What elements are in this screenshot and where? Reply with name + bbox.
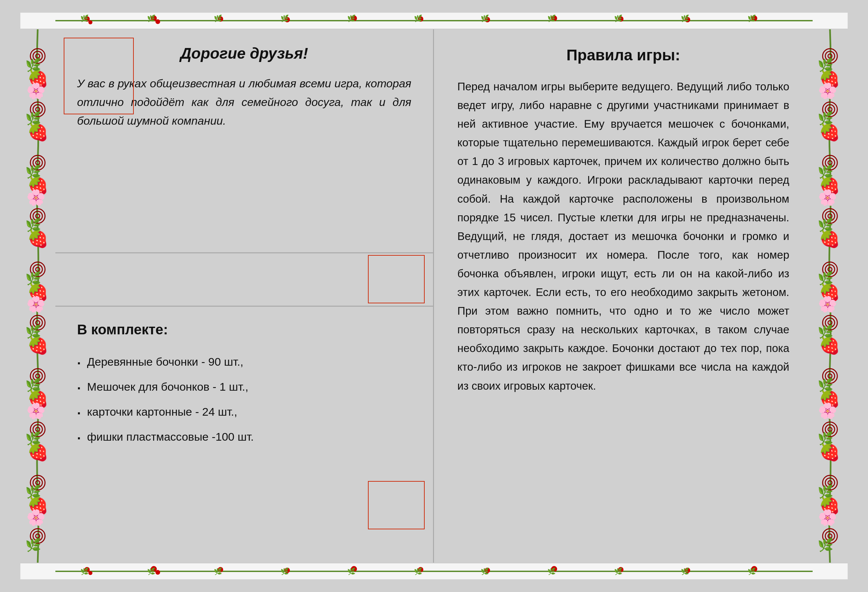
- rules-title: Правила игры:: [458, 46, 789, 64]
- right-border: 🍓 🍓 🍓 🍓 🍓 🍓 🍓 🍓 🍓 🌿 🌿 🌿 🌿 🌿 🌿: [813, 29, 848, 563]
- svg-point-2: [89, 20, 92, 24]
- svg-text:🌸: 🌸: [818, 82, 837, 100]
- svg-text:🌿: 🌿: [25, 217, 41, 233]
- svg-text:🌿: 🌿: [614, 14, 623, 22]
- svg-text:🌿: 🌿: [818, 431, 834, 446]
- svg-text:🌸: 🌸: [818, 295, 837, 313]
- svg-text:🌸: 🌸: [818, 508, 837, 527]
- list-item: Деревянные бочонки - 90 шт.,: [77, 349, 411, 374]
- svg-point-4: [155, 19, 160, 24]
- svg-text:🌿: 🌿: [681, 14, 689, 22]
- section-middle-empty: [55, 253, 433, 307]
- svg-text:🌿: 🌿: [347, 567, 356, 575]
- svg-text:🌸: 🌸: [27, 295, 46, 313]
- right-border-svg: 🍓 🍓 🍓 🍓 🍓 🍓 🍓 🍓 🍓 🌿 🌿 🌿 🌿 🌿 🌿: [813, 29, 848, 563]
- svg-text:🌿: 🌿: [818, 271, 834, 286]
- svg-text:🌸: 🌸: [27, 188, 46, 207]
- red-rect-topleft: [64, 38, 134, 114]
- svg-text:🌿: 🌿: [548, 567, 556, 575]
- svg-text:🌸: 🌸: [27, 82, 46, 100]
- list-item: Мешочек для бочонков - 1 шт.,: [77, 374, 411, 399]
- svg-text:🌿: 🌿: [818, 164, 834, 179]
- kit-title: В комплекте:: [77, 322, 411, 338]
- left-sections: Дорогие друзья! У вас в руках общеизвест…: [55, 29, 433, 563]
- svg-text:🌸: 🌸: [818, 188, 837, 207]
- svg-text:🌿: 🌿: [25, 538, 41, 553]
- kit-list: Деревянные бочонки - 90 шт., Мешочек для…: [77, 349, 411, 449]
- red-rect-right: [368, 255, 425, 303]
- left-border: 🍓 🍓 🍓 🍓 🍓 🍓 🍓 🍓 🍓 🌿 🌿 🌿 🌿 🌿 🌿: [20, 29, 55, 563]
- svg-text:🌿: 🌿: [414, 567, 422, 575]
- svg-text:🌿: 🌿: [80, 14, 89, 22]
- svg-text:🌿: 🌿: [818, 324, 834, 339]
- main-content: Дорогие друзья! У вас в руках общеизвест…: [55, 29, 813, 563]
- svg-text:🌿: 🌿: [818, 217, 834, 233]
- svg-text:🌿: 🌿: [818, 110, 834, 126]
- svg-text:🌿: 🌿: [818, 538, 834, 553]
- svg-text:🌿: 🌿: [214, 567, 222, 575]
- svg-text:🌿: 🌿: [818, 57, 834, 73]
- document: 🌿 🌿 🌿 🌿 🌿 🌿 🌿 🌿 🌿 🌿 🌿: [20, 13, 848, 579]
- left-border-svg: 🍓 🍓 🍓 🍓 🍓 🍓 🍓 🍓 🍓 🌿 🌿 🌿 🌿 🌿 🌿: [20, 29, 55, 563]
- red-rect-bottomright: [368, 481, 425, 529]
- svg-text:🌿: 🌿: [80, 567, 89, 575]
- list-item: фишки пластмассовые -100 шт.: [77, 424, 411, 449]
- svg-text:🌿: 🌿: [147, 567, 155, 575]
- svg-text:🌿: 🌿: [280, 14, 289, 22]
- svg-text:🌿: 🌿: [280, 567, 289, 575]
- doc-inner: 🍓 🍓 🍓 🍓 🍓 🍓 🍓 🍓 🍓 🌿 🌿 🌿 🌿 🌿 🌿: [20, 29, 848, 563]
- svg-text:🌿: 🌿: [25, 431, 41, 446]
- svg-text:🌿: 🌿: [681, 567, 689, 575]
- svg-text:🌿: 🌿: [25, 110, 41, 126]
- svg-text:🌿: 🌿: [25, 164, 41, 179]
- svg-text:🌿: 🌿: [748, 14, 756, 22]
- svg-text:🌿: 🌿: [25, 324, 41, 339]
- svg-text:🌿: 🌿: [25, 57, 41, 73]
- svg-text:🌿: 🌿: [347, 14, 356, 22]
- svg-text:🌿: 🌿: [147, 14, 155, 22]
- svg-text:🌿: 🌿: [214, 14, 222, 22]
- top-border-decoration: 🌿 🌿 🌿 🌿 🌿 🌿 🌿 🌿 🌿 🌿 🌿: [20, 12, 848, 29]
- svg-text:🌿: 🌿: [414, 14, 422, 22]
- left-panel: Дорогие друзья! У вас в руках общеизвест…: [55, 29, 434, 563]
- svg-point-135: [89, 571, 92, 575]
- bottom-border-decoration: 🌿 🌿 🌿 🌿 🌿 🌿 🌿 🌿 🌿 🌿 🌿: [20, 563, 848, 580]
- list-item: карточки картонные - 24 шт.,: [77, 399, 411, 424]
- svg-text:🌿: 🌿: [614, 567, 623, 575]
- svg-point-137: [155, 570, 160, 575]
- rules-text: Перед началом игры выберите ведущего. Ве…: [458, 77, 789, 395]
- top-border: 🌿 🌿 🌿 🌿 🌿 🌿 🌿 🌿 🌿 🌿 🌿: [20, 13, 848, 29]
- svg-text:🌿: 🌿: [25, 484, 41, 499]
- svg-text:🌿: 🌿: [548, 14, 556, 22]
- svg-text:🌿: 🌿: [481, 14, 489, 22]
- right-panel: Правила игры: Перед началом игры выберит…: [434, 29, 813, 563]
- svg-text:🌿: 🌿: [481, 567, 489, 575]
- section-intro: Дорогие друзья! У вас в руках общеизвест…: [55, 29, 433, 253]
- svg-text:🌿: 🌿: [25, 377, 41, 393]
- bottom-border: 🌿 🌿 🌿 🌿 🌿 🌿 🌿 🌿 🌿 🌿 🌿: [20, 563, 848, 579]
- svg-text:🌿: 🌿: [818, 377, 834, 393]
- svg-text:🌸: 🌸: [818, 402, 837, 420]
- svg-text:🌿: 🌿: [748, 567, 756, 575]
- svg-text:🌸: 🌸: [27, 508, 46, 527]
- section-kit: В комплекте: Деревянные бочонки - 90 шт.…: [55, 307, 433, 563]
- svg-text:🌿: 🌿: [818, 484, 834, 499]
- page-container: 🌿 🌿 🌿 🌿 🌿 🌿 🌿 🌿 🌿 🌿 🌿: [0, 0, 868, 592]
- svg-text:🌸: 🌸: [27, 402, 46, 420]
- kit-content: В комплекте: Деревянные бочонки - 90 шт.…: [77, 322, 411, 449]
- svg-text:🌿: 🌿: [25, 271, 41, 286]
